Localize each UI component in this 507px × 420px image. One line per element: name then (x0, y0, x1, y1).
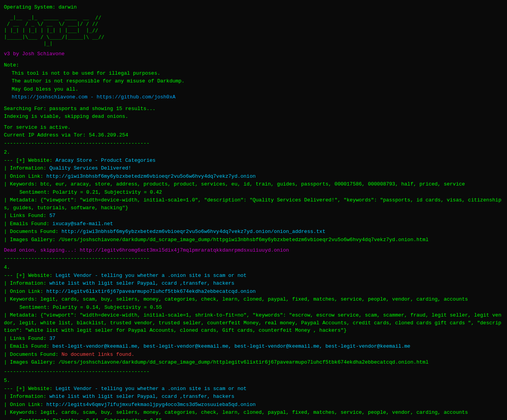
terminal-window: Operating System: darwin _|__ _|_ _____ … (4, 4, 503, 420)
result-2-onion: | Onion Link: http://giwi3nbhsbf6my6ybzx… (4, 173, 503, 180)
result-2-website: --- [+] Website: Aracay Store - Product … (4, 157, 503, 164)
dead-onion: Dead onion, skipping...: http://legitv6h… (4, 247, 503, 254)
result-5-info: | Information: white list with ligit sel… (4, 393, 503, 401)
result-2-links: | Links Found: 57 (4, 212, 503, 220)
result-5-keywords: | Keywords: legit, cards, scam, buy, sel… (4, 409, 503, 416)
result-2-info: | Information: Quality Services Delivere… (4, 164, 503, 172)
version-line: v3 by Josh Schiavone (4, 50, 503, 58)
result-4-onion: | Onion Link: http://legitv6lixtir6j67pa… (4, 288, 503, 296)
result-4-links: | Links Found: 37 (4, 335, 503, 343)
result-4-keywords: | Keywords: legit, cards, scam, buy, sel… (4, 296, 503, 303)
result-4: 4. --- [+] Website: Legit Vendor - telli… (4, 264, 503, 366)
result-2-images: | Images Gallery: /Users/joshschiavone/d… (4, 236, 503, 244)
note-line-3: May God bless you all. (4, 86, 503, 93)
result-2-sentiment: Sentiment: Polarity = 0.21, Subjectivity… (4, 189, 503, 196)
divider-1: ----------------------------------------… (4, 140, 503, 147)
result-2-emails: | Emails Found: ixucay@safe-mail.net (4, 220, 503, 228)
result-5: 5. --- [+] Website: Legit Vendor - telli… (4, 377, 503, 420)
result-4-docs: | Documents Found: No document links fou… (4, 351, 503, 359)
indexing-line: Indexing is viable, skipping dead onions… (4, 113, 503, 121)
result-4-website: --- [+] Website: Legit Vendor - telling … (4, 272, 503, 280)
result-4-emails: | Emails Found: best-legit-vendor@keemai… (4, 343, 503, 350)
result-4-metadata: | Metadata: {"viewport": "width=device-w… (4, 312, 503, 334)
note-label: Note: (4, 61, 503, 69)
note-section: Note: This tool is not to be used for il… (4, 61, 503, 101)
result-5-website: --- [+] Website: Legit Vendor - telling … (4, 385, 503, 393)
ip-line: Current IP Address via Tor: 54.36.209.25… (4, 131, 503, 139)
result-2-metadata: | Metadata: {"viewport": "width=device-w… (4, 196, 503, 212)
result-2-keywords: | Keywords: btc, eur, aracay, store, add… (4, 180, 503, 188)
ascii-art-block: _|__ _|_ _____ ____ __ // / __ / _ \/ __… (4, 14, 503, 47)
result-4-info: | Information: white list with ligit sel… (4, 280, 503, 287)
result-4-num: 4. (4, 264, 503, 271)
note-line-2: The author is not responsible for any mi… (4, 77, 503, 85)
result-2-num: 2. (4, 149, 503, 156)
result-2-docs: | Documents Found: http://giwi3nbhsbf6my… (4, 228, 503, 236)
search-line: Searching For: passports and showing 15 … (4, 105, 503, 113)
divider-2: ----------------------------------------… (4, 255, 503, 262)
note-line-1: This tool is not to be used for illegal … (4, 70, 503, 77)
result-4-images: | Images Gallery: /Users/joshschiavone/d… (4, 359, 503, 366)
result-5-onion: | Onion Link: http://legits4v6qmvj7ifujm… (4, 401, 503, 409)
result-5-num: 5. (4, 377, 503, 385)
result-5-sentiment: Sentiment: Polarity = 0.14, Subjectivity… (4, 417, 503, 420)
tor-status: Tor service is active. (4, 124, 503, 131)
result-2: 2. --- [+] Website: Aracay Store - Produ… (4, 149, 503, 243)
divider-3: ----------------------------------------… (4, 368, 503, 376)
note-links: https://joshschiavone.com - https://gith… (4, 93, 503, 101)
result-4-sentiment: Sentiment: Polarity = 0.14, Subjectivity… (4, 304, 503, 312)
os-line: Operating System: darwin (4, 4, 503, 11)
